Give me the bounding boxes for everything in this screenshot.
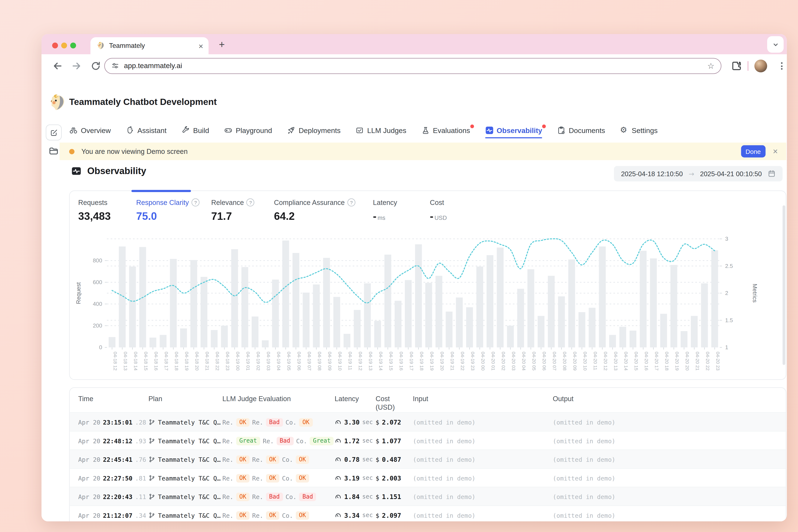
table-row[interactable]: Apr 2021:12:07.34Teammately T&C Q…Re.OKR…: [70, 506, 786, 521]
folder-icon[interactable]: [49, 146, 59, 156]
nav-item-observability[interactable]: Observability: [485, 126, 542, 135]
back-button-icon[interactable]: [52, 61, 63, 71]
nav-label: LLM Judges: [367, 127, 406, 134]
traffic-close-icon[interactable]: [52, 42, 58, 48]
cell-judge-evaluation: Re.OKRe.OKCo.OK: [222, 469, 309, 488]
svg-text:04-20 21: 04-20 21: [695, 352, 700, 371]
request-log-table: TimePlanLLM Judge EvaluationLatencyCost(…: [69, 387, 786, 521]
reload-button-icon[interactable]: [91, 61, 101, 71]
desktop-background: Teammately × +: [0, 0, 798, 532]
traffic-minimize-icon[interactable]: [61, 42, 67, 48]
svg-text:Metrics: Metrics: [752, 284, 758, 303]
judge-grade-badge: OK: [236, 455, 249, 464]
forward-button-icon[interactable]: [71, 61, 82, 71]
svg-text:2.5: 2.5: [725, 263, 733, 269]
judge-prefix: Re.: [222, 512, 233, 519]
judge-prefix: Re.: [252, 474, 263, 482]
app-content: Teammately Chatbot Development OverviewA…: [41, 78, 787, 521]
cell-latency: 0.78sec: [335, 450, 373, 469]
gauge-icon: [335, 419, 342, 426]
cell-input: (omitted in demo): [413, 487, 475, 506]
site-settings-icon[interactable]: [111, 62, 119, 70]
svg-text:04-19 01: 04-19 01: [245, 352, 251, 371]
judge-grade-badge: OK: [236, 474, 249, 482]
judge-grade-badge: OK: [299, 418, 312, 426]
judge-grade-badge: Great: [236, 436, 260, 445]
cell-judge-evaluation: Re.OKRe.OKCo.OK: [222, 450, 309, 469]
demo-banner: You are now viewing Demo screen Done ×: [60, 142, 786, 160]
svg-text:04-18 23: 04-18 23: [225, 352, 230, 371]
nav-item-deployments[interactable]: Deployments: [287, 126, 341, 135]
nav-item-llm-judges[interactable]: LLM Judges: [355, 126, 406, 135]
table-row[interactable]: Apr 2022:45:41.76Teammately T&C Q…Re.OKR…: [70, 450, 786, 469]
judge-prefix: Re.: [222, 437, 233, 444]
svg-text:04-20 14: 04-20 14: [623, 352, 629, 371]
svg-text:04-18 13: 04-18 13: [123, 352, 128, 371]
table-row[interactable]: Apr 2022:20:43.11Teammately T&C Q…Re.OKR…: [70, 487, 786, 506]
svg-text:04-20 07: 04-20 07: [552, 352, 557, 371]
svg-text:600: 600: [93, 279, 102, 285]
cell-output: (omitted in demo): [553, 506, 615, 521]
svg-text:04-20 10: 04-20 10: [583, 352, 588, 371]
cell-input: (omitted in demo): [413, 432, 475, 450]
profile-avatar[interactable]: [754, 60, 767, 72]
date-range-picker[interactable]: 2025-04-18 12:10:50 → 2025-04-21 00:10:5…: [614, 166, 783, 182]
cell-plan: Teammately T&C Q…: [149, 450, 221, 469]
git-branch-icon: [149, 475, 155, 481]
judge-prefix: Re.: [222, 474, 233, 482]
browser-tab[interactable]: Teammately ×: [91, 37, 209, 54]
cell-judge-evaluation: Re.OKRe.BadCo.Bad: [222, 487, 316, 506]
judge-grade-badge: Bad: [299, 492, 316, 501]
cell-input: (omitted in demo): [413, 506, 475, 521]
svg-text:04-19 12: 04-19 12: [358, 352, 363, 371]
url-bar[interactable]: app.teammately.ai ☆: [104, 58, 721, 74]
done-button[interactable]: Done: [741, 145, 765, 158]
column-header: Latency: [335, 395, 359, 403]
banner-close-icon[interactable]: ×: [773, 147, 778, 155]
rocket-icon: [287, 126, 296, 135]
nav-item-documents[interactable]: Documents: [557, 126, 605, 135]
extensions-puzzle-icon[interactable]: [730, 60, 742, 72]
svg-text:200: 200: [93, 322, 102, 329]
table-row[interactable]: Apr 2023:15:01.28Teammately T&C Q…Re.OKR…: [70, 413, 786, 432]
nav-item-assistant[interactable]: Assistant: [126, 126, 167, 135]
tab-close-icon[interactable]: ×: [198, 42, 203, 50]
nav-item-overview[interactable]: Overview: [69, 126, 111, 135]
binoculars-icon: [69, 126, 78, 135]
new-tab-button[interactable]: +: [215, 38, 229, 52]
table-row[interactable]: Apr 2022:48:12.93Teammately T&C Q…Re.Gre…: [70, 431, 786, 450]
url-text[interactable]: app.teammately.ai: [124, 62, 703, 70]
table-row[interactable]: Apr 2022:27:50.81Teammately T&C Q…Re.OKR…: [70, 468, 786, 487]
project-nav: OverviewAssistantBuildPlaygroundDeployme…: [69, 124, 658, 137]
nav-item-settings[interactable]: ⚙Settings: [620, 126, 658, 135]
svg-text:2: 2: [725, 290, 728, 296]
browser-menu-icon[interactable]: [777, 61, 786, 71]
nav-label: Documents: [569, 127, 605, 134]
cell-plan: Teammately T&C Q…: [149, 469, 221, 488]
svg-text:04-20 03: 04-20 03: [511, 352, 516, 371]
nav-label: Assistant: [137, 127, 167, 134]
svg-text:0: 0: [99, 344, 102, 350]
nav-item-evaluations[interactable]: Evaluations: [421, 126, 470, 135]
gauge-icon: [335, 475, 342, 481]
judge-grade-badge: OK: [296, 511, 309, 519]
nav-item-build[interactable]: Build: [182, 126, 209, 135]
gamepad-icon: [224, 126, 233, 135]
nav-label: Observability: [497, 127, 542, 134]
tab-list-button[interactable]: [767, 36, 784, 53]
compose-button[interactable]: [46, 125, 62, 140]
nav-item-playground[interactable]: Playground: [224, 126, 272, 135]
svg-text:04-18 17: 04-18 17: [164, 352, 169, 371]
svg-text:04-19 11: 04-19 11: [347, 352, 353, 370]
judge-grade-badge: OK: [236, 511, 249, 519]
cell-time: Apr 2022:20:43.11: [78, 487, 146, 506]
bookmark-star-icon[interactable]: ☆: [707, 61, 715, 71]
svg-text:04-19 15: 04-19 15: [388, 352, 394, 371]
cell-judge-evaluation: Re.OKRe.BadCo.OK: [222, 413, 312, 432]
page-scrollbar[interactable]: [783, 205, 785, 365]
svg-text:04-18 20: 04-18 20: [194, 352, 200, 371]
cell-output: (omitted in demo): [553, 432, 615, 450]
traffic-zoom-icon[interactable]: [70, 42, 76, 48]
cell-time: Apr 2022:48:12.93: [78, 432, 146, 450]
column-header: LLM Judge Evaluation: [222, 395, 291, 403]
